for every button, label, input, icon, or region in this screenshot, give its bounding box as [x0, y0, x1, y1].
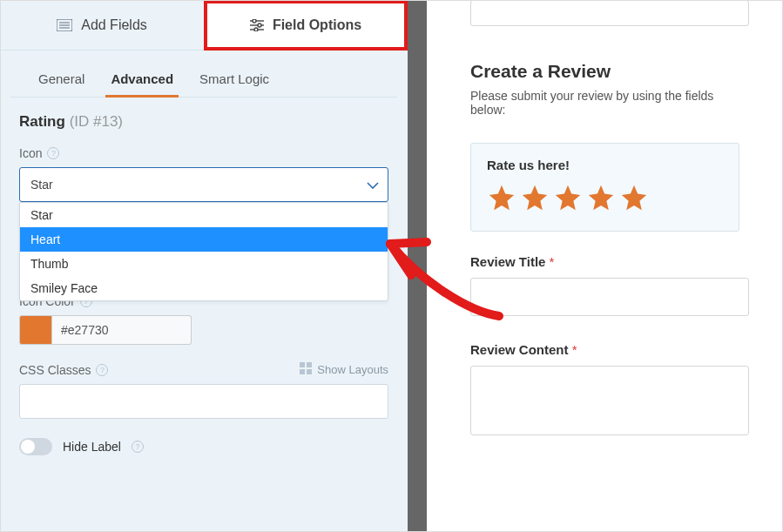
star-icon[interactable] — [553, 183, 583, 215]
css-classes-input[interactable] — [19, 384, 388, 419]
rating-stars[interactable] — [487, 183, 723, 215]
star-icon[interactable] — [520, 183, 550, 215]
grid-icon — [300, 362, 312, 377]
help-icon[interactable]: ? — [47, 147, 59, 159]
sub-tab-general[interactable]: General — [30, 66, 93, 97]
list-icon — [57, 19, 72, 31]
svg-rect-11 — [307, 362, 312, 367]
css-classes-label: CSS Classes — [19, 363, 91, 377]
tab-add-fields-label: Add Fields — [81, 17, 147, 33]
preview-panel: Create a Review Please submit your revie… — [427, 0, 783, 532]
review-title-text: Review Title — [470, 254, 545, 269]
chevron-down-icon — [367, 178, 379, 192]
color-value[interactable]: #e27730 — [52, 315, 192, 345]
settings-panel: Add Fields Field Options General Advance… — [0, 0, 408, 532]
star-icon[interactable] — [487, 183, 516, 215]
tab-field-options[interactable]: Field Options — [204, 0, 408, 50]
field-id: (ID #13) — [70, 113, 123, 130]
show-layouts-label: Show Layouts — [317, 363, 388, 376]
field-heading: Rating (ID #13) — [19, 113, 388, 131]
dropdown-item-thumb[interactable]: Thumb — [20, 252, 388, 276]
top-tabs: Add Fields Field Options — [0, 0, 408, 51]
dropdown-item-heart[interactable]: Heart — [20, 227, 388, 252]
hide-label-text: Hide Label — [63, 440, 121, 454]
svg-point-5 — [253, 19, 256, 23]
field-name: Rating — [19, 113, 65, 130]
settings-body: Rating (ID #13) Icon ? Star Star Heart T… — [0, 98, 408, 471]
rating-field-preview[interactable]: Rate us here! — [470, 143, 739, 232]
help-icon[interactable]: ? — [96, 364, 108, 376]
icon-color-picker[interactable]: #e27730 — [19, 315, 388, 345]
tab-field-options-label: Field Options — [273, 17, 361, 33]
svg-point-9 — [254, 28, 258, 31]
star-icon[interactable] — [586, 183, 616, 215]
dropdown-item-smiley[interactable]: Smiley Face — [20, 276, 388, 300]
hide-label-row: Hide Label ? — [19, 438, 388, 455]
review-content-input[interactable] — [470, 366, 749, 435]
color-swatch[interactable] — [19, 315, 52, 345]
sub-tabs: General Advanced Smart Logic — [10, 51, 397, 98]
review-title-input[interactable] — [470, 278, 749, 316]
review-content-text: Review Content — [470, 342, 569, 357]
preview-top-input[interactable] — [470, 0, 749, 26]
icon-dropdown: Star Heart Thumb Smiley Face — [19, 202, 388, 301]
review-content-label: Review Content * — [470, 342, 739, 357]
star-icon[interactable] — [619, 183, 649, 215]
icon-label: Icon — [19, 146, 42, 160]
svg-rect-12 — [300, 369, 305, 374]
dropdown-item-star[interactable]: Star — [20, 203, 388, 227]
required-marker: * — [572, 342, 577, 357]
review-title-label: Review Title * — [470, 254, 739, 269]
css-classes-label-row: CSS Classes ? — [19, 363, 108, 377]
svg-rect-10 — [300, 362, 305, 367]
preview-subtitle: Please submit your review by using the f… — [470, 89, 739, 117]
sliders-icon — [250, 19, 264, 31]
sub-tab-smart-logic[interactable]: Smart Logic — [191, 66, 278, 97]
show-layouts-button[interactable]: Show Layouts — [300, 362, 388, 377]
preview-title: Create a Review — [470, 61, 739, 82]
panel-divider — [408, 0, 427, 532]
required-marker: * — [550, 254, 555, 269]
help-icon[interactable]: ? — [132, 441, 144, 453]
svg-rect-13 — [307, 369, 312, 374]
hide-label-toggle[interactable] — [19, 438, 52, 455]
icon-selected-value: Star — [30, 178, 53, 192]
tab-add-fields[interactable]: Add Fields — [0, 0, 204, 50]
icon-select[interactable]: Star Star Heart Thumb Smiley Face — [19, 167, 388, 202]
svg-point-7 — [258, 24, 261, 27]
icon-select-display[interactable]: Star — [19, 167, 388, 202]
rating-label: Rate us here! — [487, 158, 723, 172]
icon-label-row: Icon ? — [19, 146, 388, 160]
sub-tab-advanced[interactable]: Advanced — [102, 66, 182, 97]
